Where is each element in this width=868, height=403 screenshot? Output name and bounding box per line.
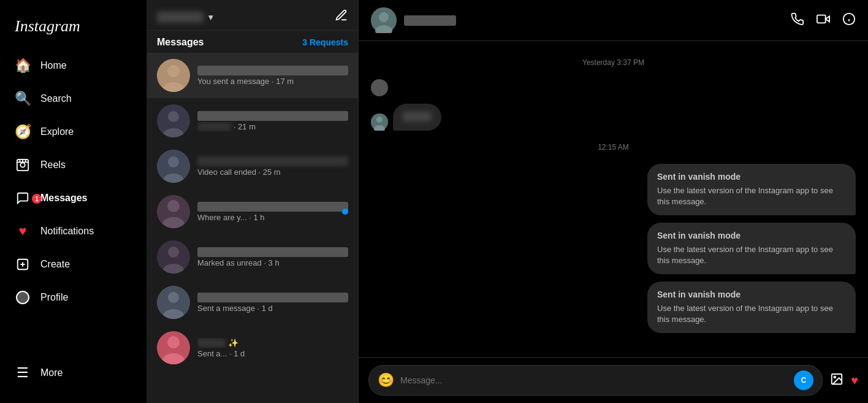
sidebar-item-notifications[interactable]: ♥ Notifications	[7, 216, 139, 247]
sidebar: Instagram 🏠 Home 🔍 Search 🧭 Explore	[0, 0, 147, 403]
chat-input-wrapper: 😊 C	[368, 365, 823, 396]
chat-header-actions	[791, 12, 856, 29]
messages-panel: username ▾ Messages 3 Requests	[147, 0, 359, 403]
conversation-item[interactable]: Navina ✨ Sent a... · 1 d	[147, 325, 358, 370]
unread-indicator	[342, 209, 348, 215]
sidebar-item-notifications-label: Notifications	[40, 226, 94, 237]
conversation-item[interactable]: ████████ You sent a message · 17 m	[147, 53, 358, 98]
conversation-item[interactable]: ███████ Where are y... · 1 h	[147, 189, 358, 234]
messages-subheader: Messages 3 Requests	[147, 31, 358, 53]
vanish-message-bubble: Sent in vanish mode Use the latest versi…	[647, 282, 856, 333]
chat-input-area: 😊 C ♥	[359, 357, 868, 403]
message-info: RS ████ Video call ended · 25 m	[197, 156, 348, 177]
vanish-body: Use the latest version of the Instagram …	[657, 185, 846, 207]
message-info: ████████ You sent a message · 17 m	[197, 66, 348, 86]
sidebar-item-home[interactable]: 🏠 Home	[7, 50, 139, 81]
vanish-body: Use the latest version of the Instagram …	[657, 244, 846, 266]
timestamp-divider: Yesterday 3:37 PM	[371, 58, 856, 67]
sidebar-item-search[interactable]: 🔍 Search	[7, 83, 139, 114]
messages-list: ████████ You sent a message · 17 m ████ …	[147, 53, 358, 403]
chat-header-user: ████████	[371, 7, 456, 33]
info-button[interactable]	[842, 12, 856, 29]
conversation-item[interactable]: ████ Sent a message · 1 d	[147, 280, 358, 325]
sidebar-item-explore[interactable]: 🧭 Explore	[7, 117, 139, 147]
svg-point-1	[20, 163, 25, 167]
svg-point-16	[168, 156, 179, 167]
sidebar-item-create[interactable]: Create	[7, 249, 139, 280]
sidebar-item-messages[interactable]: 1 Messages	[7, 183, 139, 213]
conversation-item[interactable]: ██████ Marked as unread · 3 h	[147, 234, 358, 280]
message-info: Navina ✨ Sent a... · 1 d	[197, 338, 348, 358]
avatar	[157, 104, 190, 137]
message-preview: Marked as unread · 3 h	[197, 258, 348, 267]
chevron-down-icon[interactable]: ▾	[208, 12, 213, 22]
sidebar-item-more[interactable]: ☰ More	[7, 358, 139, 388]
home-icon: 🏠	[15, 58, 31, 74]
messages-badge: 1	[32, 194, 42, 204]
contact-name: ████	[197, 293, 348, 302]
more-icon: ☰	[15, 365, 31, 381]
emoji-button[interactable]: 😊	[378, 372, 394, 388]
message-info: ████ Sent a message · 1 d	[197, 293, 348, 313]
conversation-item[interactable]: ████ ██ ██████ · 21 m	[147, 98, 358, 144]
like-button[interactable]: ♥	[851, 374, 858, 388]
sidebar-item-messages-label: Messages	[40, 193, 88, 204]
chat-avatar	[371, 7, 397, 33]
search-icon: 🔍	[15, 91, 31, 107]
message-preview: ██████ · 21 m	[197, 122, 348, 131]
svg-point-13	[168, 111, 179, 122]
vanish-message-bubble: Sent in vanish mode Use the latest versi…	[647, 164, 856, 215]
message-input[interactable]	[400, 375, 788, 385]
message-row: Sent in vanish mode Use the latest versi…	[371, 164, 856, 215]
message-info: ███████ Where are y... · 1 h	[197, 202, 348, 222]
create-icon	[15, 256, 31, 272]
chat-panel: ████████	[359, 0, 868, 403]
sidebar-bottom: ☰ More	[7, 358, 139, 393]
chat-header: ████████	[359, 0, 868, 41]
video-call-button[interactable]	[817, 12, 830, 29]
svg-point-22	[168, 247, 179, 258]
message-row: Sent in vanish mode Use the latest versi…	[371, 223, 856, 274]
message-info: ██████ Marked as unread · 3 h	[197, 247, 348, 267]
image-button[interactable]	[830, 372, 843, 389]
message-avatar	[371, 113, 388, 131]
svg-point-19	[167, 200, 180, 212]
message-preview: Where are y... · 1 h	[197, 213, 348, 222]
requests-link[interactable]: 3 Requests	[302, 37, 348, 47]
sidebar-item-profile[interactable]: Profile	[7, 282, 139, 313]
svg-marker-33	[826, 16, 829, 21]
time-label: 12:15 AM	[371, 143, 856, 152]
send-button[interactable]: C	[794, 370, 813, 390]
svg-rect-34	[817, 15, 826, 23]
vanish-title: Sent in vanish mode	[657, 171, 846, 183]
avatar	[157, 286, 190, 319]
conversation-item[interactable]: RS ████ Video call ended · 25 m	[147, 144, 358, 189]
message-preview: Sent a... · 1 d	[197, 349, 348, 358]
messages-icon: 1	[15, 190, 31, 206]
svg-point-25	[168, 292, 179, 303]
sidebar-nav: 🏠 Home 🔍 Search 🧭 Explore	[7, 50, 139, 358]
message-info: ████ ██ ██████ · 21 m	[197, 111, 348, 131]
chat-messages: Yesterday 3:37 PM Ni abb j 12:15	[359, 41, 868, 357]
message-bubble: Ni abb j	[393, 104, 441, 131]
sidebar-item-create-label: Create	[40, 259, 70, 270]
message-row: Ni abb j	[371, 104, 856, 131]
message-text: Ni abb j	[403, 112, 432, 121]
compose-button[interactable]	[335, 9, 348, 25]
sidebar-item-reels[interactable]: Reels	[7, 150, 139, 180]
vanish-message-bubble: Sent in vanish mode Use the latest versi…	[647, 223, 856, 274]
sidebar-item-search-label: Search	[40, 93, 72, 104]
reels-icon	[15, 157, 31, 173]
explore-icon: 🧭	[15, 124, 31, 140]
avatar	[157, 195, 190, 228]
avatar	[157, 240, 190, 274]
contact-name: Navina ✨	[197, 338, 348, 348]
contact-name: ███████	[197, 202, 348, 212]
notifications-icon: ♥	[15, 223, 31, 239]
sidebar-item-explore-label: Explore	[40, 126, 74, 137]
voice-call-button[interactable]	[791, 12, 804, 29]
avatar	[157, 331, 190, 364]
message-preview: You sent a message · 17 m	[197, 77, 348, 86]
chat-username: ████████	[404, 15, 456, 26]
contact-name: ████ ██	[197, 111, 348, 121]
